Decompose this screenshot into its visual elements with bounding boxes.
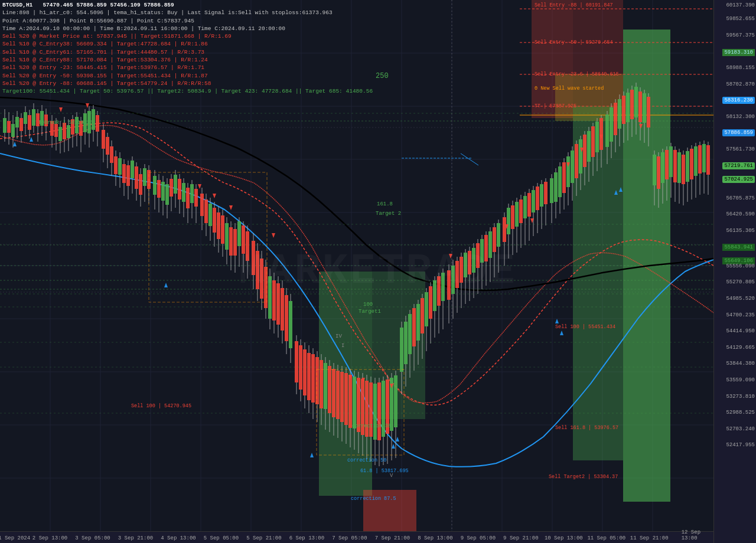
time-sep5-05: 5 Sep 05:00: [204, 535, 239, 541]
svg-rect-197: [324, 363, 327, 409]
time-sep11-21: 11 Sep 21:00: [630, 535, 669, 541]
svg-rect-171: [268, 276, 272, 319]
time-sep2-13: 2 Sep 13:00: [32, 535, 67, 541]
svg-text:Sell 100 | 55451.434: Sell 100 | 55451.434: [555, 324, 615, 330]
svg-rect-107: [131, 161, 134, 178]
svg-rect-349: [647, 97, 650, 127]
sell-info-7: Sell %20 @ Entry -88: 60688.145 | Target…: [2, 80, 373, 87]
svg-rect-237: [408, 314, 412, 354]
price-58988: 58988.155: [726, 65, 755, 71]
svg-rect-203: [336, 371, 340, 419]
svg-rect-103: [122, 164, 126, 183]
time-sep9-21: 9 Sep 21:00: [503, 535, 538, 541]
targets-line: Target100: 55451.434 | Target 50: 53976.…: [2, 87, 373, 95]
svg-rect-241: [416, 304, 420, 341]
svg-rect-93: [102, 130, 105, 149]
svg-rect-271: [480, 239, 484, 263]
svg-rect-119: [157, 180, 161, 198]
svg-rect-245: [425, 292, 428, 326]
svg-rect-133: [186, 188, 190, 208]
sell-info-4: Sell %10 @ C_Entry88: 57170.084 | Target…: [2, 56, 373, 64]
svg-rect-175: [276, 283, 280, 325]
svg-rect-355: [661, 152, 664, 183]
svg-rect-121: [161, 182, 165, 201]
svg-rect-273: [484, 235, 488, 261]
svg-rect-113: [143, 168, 146, 186]
svg-text:Sell 161.8 | 53976.57: Sell 161.8 | 53976.57: [555, 425, 618, 431]
svg-rect-341: [630, 90, 634, 119]
svg-rect-235: [404, 322, 408, 364]
svg-rect-377: [706, 145, 710, 175]
svg-rect-317: [579, 139, 582, 174]
svg-rect-247: [429, 286, 432, 319]
chart-info-panel: BTCUSD,H1 57470.465 57886.859 57456.109 …: [2, 1, 373, 96]
svg-text:0 New Sell wave started: 0 New Sell wave started: [535, 86, 604, 91]
svg-rect-223: [377, 382, 381, 440]
svg-rect-323: [591, 126, 595, 157]
price-54700: 54700.235: [726, 312, 755, 318]
svg-rect-179: [285, 295, 288, 341]
svg-text:Sell Entry -88 | 60191.847: Sell Entry -88 | 60191.847: [535, 2, 613, 8]
svg-rect-373: [698, 145, 702, 174]
svg-rect-137: [194, 189, 198, 207]
svg-rect-59: [28, 115, 31, 130]
svg-rect-251: [437, 276, 441, 306]
svg-rect-261: [460, 257, 463, 283]
svg-rect-205: [340, 372, 344, 422]
info-line3: Time A:2024.09.10 00:00:00 | Time B:2024…: [2, 25, 373, 32]
svg-rect-375: [702, 144, 706, 172]
svg-rect-265: [468, 251, 471, 274]
time-sep1: 1 Sep 2024: [0, 535, 30, 541]
svg-rect-159: [242, 225, 245, 254]
svg-text:Target 2: Target 2: [376, 211, 401, 217]
time-sep10-13: 10 Sep 13:00: [545, 535, 583, 541]
time-sep9-05: 9 Sep 05:00: [461, 535, 496, 541]
sell-info-5: Sell %20 @ Entry -23: 58445.415 | Target…: [2, 64, 373, 71]
time-sep7-21: 7 Sep 21:00: [375, 535, 410, 541]
svg-rect-91: [96, 115, 99, 132]
svg-rect-135: [190, 184, 194, 203]
time-sep3-21: 3 Sep 21:00: [118, 535, 153, 541]
svg-rect-101: [118, 158, 122, 175]
time-sep5-21: 5 Sep 21:00: [246, 535, 281, 541]
price-53844: 53844.380: [726, 361, 755, 367]
svg-rect-181: [289, 301, 292, 348]
svg-rect-193: [315, 357, 319, 404]
svg-rect-305: [554, 172, 558, 202]
time-sep7-05: 7 Sep 05:00: [332, 535, 367, 541]
svg-rect-243: [421, 298, 424, 333]
svg-rect-263: [464, 253, 467, 277]
price-59567: 59567.375: [726, 32, 755, 38]
svg-rect-333: [614, 103, 617, 135]
svg-rect-267: [472, 248, 475, 273]
svg-rect-55: [19, 118, 23, 131]
svg-rect-163: [252, 241, 255, 275]
svg-rect-53: [15, 117, 19, 127]
svg-rect-327: [599, 118, 603, 150]
svg-rect-143: [208, 204, 212, 226]
svg-text:I: I: [341, 343, 344, 349]
svg-text:100: 100: [363, 302, 373, 308]
svg-text:Target1: Target1: [359, 309, 381, 315]
svg-rect-297: [536, 187, 539, 210]
price-55556: 55556.090: [726, 263, 755, 269]
svg-rect-51: [11, 124, 15, 137]
svg-rect-303: [550, 178, 553, 203]
svg-rect-281: [503, 217, 506, 242]
svg-rect-239: [412, 308, 416, 346]
svg-rect-131: [182, 183, 185, 202]
svg-rect-125: [170, 179, 173, 197]
price-55270: 55270.805: [726, 279, 755, 285]
svg-rect-301: [544, 182, 548, 204]
price-60137: 60137.390: [726, 2, 755, 8]
svg-rect-337: [622, 96, 625, 124]
price-57886-highlight: 57886.859: [722, 129, 755, 136]
svg-rect-275: [488, 231, 492, 258]
svg-rect-129: [178, 179, 181, 199]
svg-rect-299: [540, 184, 543, 207]
svg-rect-315: [575, 144, 578, 178]
price-56135: 56135.305: [726, 228, 755, 234]
svg-rect-151: [225, 223, 229, 250]
price-57024-highlight: 57024.925: [722, 176, 755, 183]
svg-rect-207: [344, 373, 348, 425]
